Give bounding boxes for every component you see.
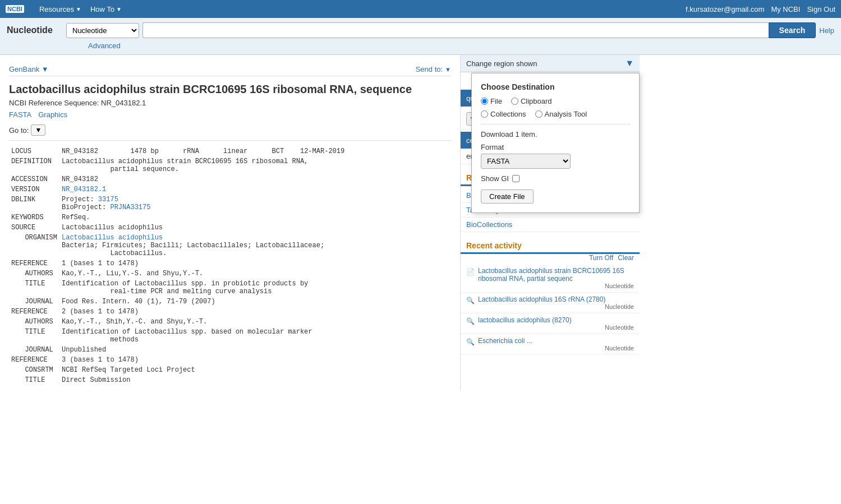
- db-label: Nucleotide: [7, 25, 63, 35]
- doc-icon: 📄: [466, 268, 475, 276]
- genbank-chevron[interactable]: ▼: [42, 65, 49, 73]
- ref3-field: REFERENCE: [9, 355, 59, 365]
- top-navigation: NCBI Resources ▼ How To ▼ f.kursatozer@g…: [0, 0, 841, 18]
- activity-link-0[interactable]: Lactobacillus acidophilus strain BCRC106…: [478, 267, 624, 283]
- organism-taxonomy: Bacteria; Firmicutes; Bacilli; Lactobaci…: [62, 242, 324, 257]
- search-button[interactable]: Search: [769, 22, 816, 38]
- create-file-button[interactable]: Create File: [481, 189, 534, 204]
- accession-row: ACCESSION NR_043182: [9, 174, 451, 184]
- fasta-link[interactable]: FASTA: [9, 110, 31, 119]
- project-label: Project:: [62, 196, 94, 204]
- locus-date: 12-MAR-2019: [300, 147, 344, 155]
- search-icon-2: 🔍: [466, 317, 475, 325]
- collections-radio-label[interactable]: Collections: [481, 110, 526, 118]
- graphics-link[interactable]: Graphics: [38, 110, 67, 119]
- journal2-value: Unpublished: [59, 345, 451, 355]
- collections-radio[interactable]: [481, 110, 488, 118]
- send-to-label[interactable]: Send to:: [416, 65, 443, 73]
- recent-activity-controls: Turn Off Clear: [461, 254, 640, 264]
- file-radio[interactable]: [481, 98, 488, 105]
- recent-activity-header: Recent activity: [461, 237, 640, 252]
- record-title: Lactobacillus acidophilus strain BCRC106…: [9, 82, 451, 96]
- howto-menu[interactable]: How To ▼: [86, 5, 126, 13]
- resources-label: Resources: [39, 5, 74, 13]
- change-region-header: Change region shown ▼: [461, 55, 640, 72]
- format-select[interactable]: FASTA GenBank FASTA (complete sequence) …: [481, 154, 571, 169]
- source-field: SOURCE: [9, 223, 59, 233]
- search-icon-1: 🔍: [466, 297, 475, 304]
- destination-radio-group: File Clipboard: [481, 97, 630, 105]
- record-links: FASTA Graphics: [9, 110, 451, 119]
- title3-field: TITLE: [9, 375, 59, 385]
- source-value: Lactobacillus acidophilus: [59, 223, 451, 233]
- organism-field: ORGANISM: [9, 233, 59, 258]
- dblink-row: DBLINK Project: 33175 BioProject: PRJNA3…: [9, 195, 451, 212]
- genbank-label: GenBank: [9, 65, 39, 73]
- authors1-row: AUTHORS Kao,Y.-T., Liu,Y.-S. and Shyu,Y.…: [9, 269, 451, 279]
- activity-link-2[interactable]: lactobacillus acidophilus (8270): [478, 316, 572, 324]
- reference2-row: REFERENCE 2 (bases 1 to 1478): [9, 307, 451, 317]
- choose-destination-popup: Choose Destination File Clipboard Collec…: [471, 73, 640, 213]
- dblink-value: Project: 33175 BioProject: PRJNA33175: [59, 195, 451, 212]
- ref3-value: 3 (bases 1 to 1478): [59, 355, 451, 365]
- activity-link-3[interactable]: Escherichia coli ...: [478, 337, 532, 345]
- activity-link-1[interactable]: Lactobacillus acidophilus 16S rRNA (2780…: [478, 295, 605, 303]
- title1-field: TITLE: [9, 279, 59, 297]
- sign-out-link[interactable]: Sign Out: [807, 5, 835, 13]
- journal1-row: JOURNAL Food Res. Intern. 40 (1), 71-79 …: [9, 297, 451, 307]
- help-link[interactable]: Help: [819, 26, 834, 35]
- send-to-area: Send to: ▼: [416, 65, 451, 73]
- ref2-value: 2 (bases 1 to 1478): [59, 307, 451, 317]
- goto-button[interactable]: ▼: [31, 124, 45, 136]
- main-container: GenBank ▼ Send to: ▼ Lactobacillus acido…: [0, 55, 841, 391]
- turn-off-link[interactable]: Turn Off: [589, 254, 613, 262]
- send-to-arrow[interactable]: ▼: [445, 66, 451, 73]
- accession-field: ACCESSION: [9, 174, 59, 184]
- activity-item-0: 📄 Lactobacillus acidophilus strain BCRC1…: [461, 264, 640, 293]
- ref2-field: REFERENCE: [9, 307, 59, 317]
- activity-text-3: Escherichia coli ... Nucleotide: [478, 337, 634, 352]
- activity-text-0: Lactobacillus acidophilus strain BCRC106…: [478, 267, 634, 289]
- content-panel: GenBank ▼ Send to: ▼ Lactobacillus acido…: [0, 55, 460, 391]
- clipboard-radio-label[interactable]: Clipboard: [511, 97, 552, 105]
- keywords-field: KEYWORDS: [9, 212, 59, 223]
- activity-db-1: Nucleotide: [478, 303, 634, 310]
- analysis-tool-radio[interactable]: [535, 110, 543, 118]
- clipboard-radio[interactable]: [511, 98, 518, 105]
- search-icon-3: 🔍: [466, 338, 475, 346]
- ncbi-logo-box: NCBI: [6, 5, 24, 13]
- advanced-link[interactable]: Advanced: [7, 41, 121, 50]
- search-input[interactable]: [143, 22, 769, 38]
- search-bar: Nucleotide Nucleotide Search Help Advanc…: [0, 18, 841, 55]
- search-input-wrap: Search: [143, 22, 816, 38]
- reference1-row: REFERENCE 1 (bases 1 to 1478): [9, 258, 451, 269]
- organism-link[interactable]: Lactobacillus acidophilus: [62, 234, 163, 242]
- user-links: f.kursatozer@gmail.com My NCBI Sign Out: [686, 5, 835, 13]
- file-radio-label[interactable]: File: [481, 97, 502, 105]
- ref1-field: REFERENCE: [9, 258, 59, 269]
- analysis-tool-label: Analysis Tool: [545, 110, 587, 118]
- bioproject-link[interactable]: PRJNA33175: [110, 204, 150, 211]
- analysis-tool-radio-label[interactable]: Analysis Tool: [535, 110, 587, 118]
- format-label: Format: [481, 143, 630, 151]
- organism-value: Lactobacillus acidophilus Bacteria; Firm…: [59, 233, 451, 258]
- definition-row: DEFINITION Lactobacillus acidophilus str…: [9, 156, 451, 174]
- ncbi-logo[interactable]: NCBI: [6, 5, 27, 13]
- resources-menu[interactable]: Resources ▼: [35, 5, 86, 13]
- user-email-link[interactable]: f.kursatozer@gmail.com: [686, 5, 764, 13]
- version-row: VERSION NR_043182.1: [9, 184, 451, 195]
- project-link[interactable]: 33175: [98, 196, 118, 204]
- activity-item-1: 🔍 Lactobacillus acidophilus 16S rRNA (27…: [461, 293, 640, 313]
- version-field: VERSION: [9, 184, 59, 195]
- genbank-link[interactable]: GenBank ▼: [9, 65, 49, 73]
- title2-field: TITLE: [9, 327, 59, 345]
- title2-value: Identification of Lactobacillus spp. bas…: [59, 327, 451, 345]
- my-ncbi-link[interactable]: My NCBI: [771, 5, 800, 13]
- accession-value: NR_043182: [59, 174, 451, 184]
- biocollections-link[interactable]: BioCollections: [466, 220, 512, 229]
- db-select[interactable]: Nucleotide: [66, 23, 139, 38]
- change-region-expand[interactable]: ▼: [625, 58, 634, 68]
- file-label: File: [490, 97, 502, 105]
- clear-link[interactable]: Clear: [618, 254, 634, 262]
- show-gi-checkbox[interactable]: [512, 175, 520, 182]
